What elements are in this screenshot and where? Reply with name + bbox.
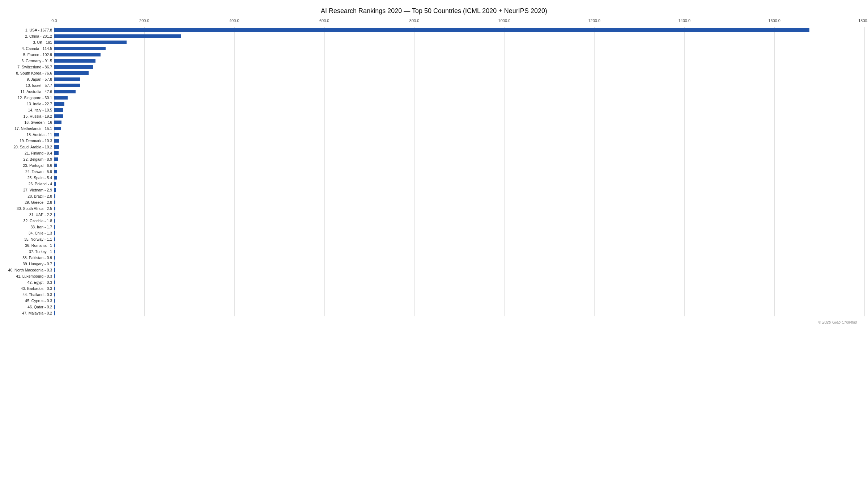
bar-label: 24. Taiwan - 5.9	[4, 169, 54, 174]
bar-label: 44. Thailand - 0.3	[4, 292, 54, 297]
bar-fill	[54, 194, 55, 198]
bar-fill	[54, 164, 57, 167]
bar-fill	[54, 41, 127, 44]
bar-fill	[54, 237, 55, 241]
bar-fill	[54, 145, 59, 149]
copyright: © 2020 Gleb Chuvpilo	[4, 320, 864, 324]
bar-label: 8. South Korea - 76.6	[4, 71, 54, 75]
bar-track	[54, 70, 864, 76]
bar-row: 41. Luxembourg - 0.3	[4, 273, 864, 279]
bar-row: 40. North Macedonia - 0.3	[4, 267, 864, 273]
bar-track	[54, 27, 864, 33]
bar-fill	[54, 133, 59, 136]
bar-fill	[54, 250, 55, 253]
bar-label: 42. Egypt - 0.3	[4, 280, 54, 284]
bar-fill	[54, 53, 101, 56]
bar-track	[54, 255, 864, 261]
bar-fill	[54, 77, 80, 81]
bar-label: 29. Greece - 2.8	[4, 200, 54, 205]
bar-track	[54, 175, 864, 181]
bar-track	[54, 181, 864, 187]
bar-label: 38. Pakistan - 0.9	[4, 256, 54, 260]
bar-track	[54, 33, 864, 39]
bar-label: 13. India - 22.7	[4, 102, 54, 106]
bar-track	[54, 298, 864, 304]
bar-track	[54, 46, 864, 51]
bar-track	[54, 261, 864, 267]
bar-row: 9. Japan - 57.8	[4, 76, 864, 82]
bar-track	[54, 132, 864, 138]
bar-fill	[54, 170, 57, 173]
bar-row: 45. Cyprus - 0.3	[4, 298, 864, 304]
bar-fill	[54, 256, 55, 260]
bar-label: 17. Netherlands - 15.1	[4, 126, 54, 131]
bar-track	[54, 310, 864, 316]
bar-track	[54, 101, 864, 107]
bar-fill	[54, 121, 61, 124]
bar-row: 43. Barbados - 0.3	[4, 286, 864, 291]
x-tick: 1400.0	[678, 18, 690, 23]
bar-track	[54, 279, 864, 285]
bar-track	[54, 292, 864, 298]
bar-track	[54, 212, 864, 218]
bar-fill	[54, 207, 55, 210]
bar-row: 44. Thailand - 0.3	[4, 292, 864, 298]
bar-row: 22. Belgium - 8.9	[4, 156, 864, 162]
bar-row: 13. India - 22.7	[4, 101, 864, 107]
grid-line	[864, 27, 865, 316]
bar-label: 7. Switzerland - 86.7	[4, 65, 54, 69]
bar-fill	[54, 305, 55, 309]
bar-fill	[54, 151, 59, 155]
bar-label: 25. Spain - 5.4	[4, 176, 54, 180]
bar-fill	[54, 139, 59, 143]
bar-label: 6. Germany - 91.5	[4, 59, 54, 63]
bar-track	[54, 95, 864, 101]
bar-label: 14. Italy - 19.5	[4, 108, 54, 112]
bar-track	[54, 138, 864, 144]
bar-track	[54, 249, 864, 254]
bar-row: 15. Russia - 19.2	[4, 113, 864, 119]
bar-row: 23. Portugal - 6.6	[4, 163, 864, 168]
bar-label: 21. Finland - 9.4	[4, 151, 54, 155]
bar-row: 16. Sweden - 16	[4, 119, 864, 125]
bar-fill	[54, 225, 55, 229]
bar-label: 47. Malaysia - 0.2	[4, 311, 54, 315]
bar-label: 18. Austria - 11	[4, 132, 54, 137]
bar-track	[54, 243, 864, 248]
bar-label: 40. North Macedonia - 0.3	[4, 268, 54, 272]
bar-fill	[54, 287, 55, 290]
bar-row: 19. Denmark - 10.3	[4, 138, 864, 144]
bar-row: 27. Vietnam - 2.9	[4, 187, 864, 193]
bar-fill	[54, 311, 55, 315]
bar-fill	[54, 102, 64, 106]
bar-fill	[54, 182, 56, 186]
bar-track	[54, 113, 864, 119]
bar-row: 33. Iran - 1.7	[4, 224, 864, 230]
chart-title: AI Research Rankings 2020 — Top 50 Count…	[4, 7, 864, 15]
bar-fill	[54, 114, 63, 118]
bar-row: 30. South Africa - 2.5	[4, 206, 864, 211]
bar-row: 32. Czechia - 1.8	[4, 218, 864, 224]
bar-row: 29. Greece - 2.8	[4, 199, 864, 205]
bar-fill	[54, 71, 89, 75]
bar-label: 2. China - 281.2	[4, 34, 54, 38]
bar-label: 36. Romania - 1	[4, 243, 54, 248]
bar-fill	[54, 293, 55, 296]
bar-label: 9. Japan - 57.8	[4, 77, 54, 81]
bar-row: 14. Italy - 19.5	[4, 107, 864, 113]
bar-fill	[54, 231, 55, 235]
x-tick: 1600.0	[768, 18, 780, 23]
bar-track	[54, 169, 864, 174]
bar-row: 8. South Korea - 76.6	[4, 70, 864, 76]
bar-label: 28. Brazil - 2.8	[4, 194, 54, 198]
bar-track	[54, 163, 864, 168]
bar-label: 5. France - 102.9	[4, 52, 54, 57]
bar-label: 23. Portugal - 6.6	[4, 163, 54, 168]
bar-fill	[54, 219, 55, 223]
bar-fill	[54, 65, 93, 69]
bar-label: 35. Norway - 1.1	[4, 237, 54, 241]
bar-track	[54, 52, 864, 58]
bar-fill	[54, 34, 181, 38]
bar-label: 33. Iran - 1.7	[4, 225, 54, 229]
bar-row: 47. Malaysia - 0.2	[4, 310, 864, 316]
